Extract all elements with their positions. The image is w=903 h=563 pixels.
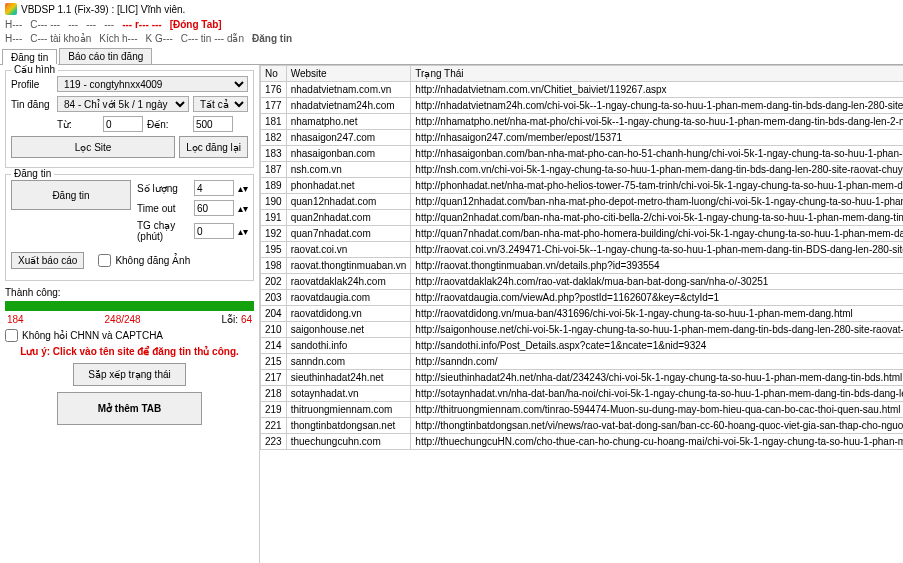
menu-item[interactable]: H--- (5, 19, 22, 32)
table-row[interactable]: 192quan7nhadat.comhttp://quan7nhadat.com… (261, 226, 904, 242)
table-row[interactable]: 210saigonhouse.nethttp://saigonhouse.net… (261, 322, 904, 338)
table-row[interactable]: 219thitruongmiennam.comhttp://thitruongm… (261, 402, 904, 418)
cell-status: http://nsh.com.vn/chi-voi-5k-1-ngay-chun… (411, 162, 903, 178)
tindang-select[interactable]: 84 - Chỉ với 5k / 1 ngày (57, 96, 189, 112)
table-row[interactable]: 195raovat.coi.vnhttp://raovat.coi.vn/3.2… (261, 242, 904, 258)
table-row[interactable]: 217sieuthinhadat24h.nethttp://sieuthinha… (261, 370, 904, 386)
table-row[interactable]: 182nhasaigon247.comhttp://nhasaigon247.c… (261, 130, 904, 146)
toolbar-item[interactable]: Kích h--- (99, 33, 137, 47)
tab-strip: Đăng tin Báo cáo tin đăng (0, 47, 903, 65)
menu-item[interactable]: --- (86, 19, 96, 32)
table-row[interactable]: 191quan2nhadat.comhttp://quan2nhadat.com… (261, 210, 904, 226)
sapxep-button[interactable]: Sắp xếp trạng thái (73, 363, 185, 386)
cell-site[interactable]: sotaynhadat.vn (286, 386, 411, 402)
tab-baocao[interactable]: Báo cáo tin đăng (59, 48, 152, 64)
cell-site[interactable]: nhasaigonban.com (286, 146, 411, 162)
filter-select[interactable]: Tất cả (193, 96, 248, 112)
table-row[interactable]: 189phonhadat.nethttp://phonhadat.net/nha… (261, 178, 904, 194)
cell-status: http://thongtinbatdongsan.net/vi/news/ra… (411, 418, 903, 434)
dangtin-button[interactable]: Đăng tin (11, 180, 131, 210)
cell-site[interactable]: quan7nhadat.com (286, 226, 411, 242)
cell-site[interactable]: sieuthinhadat24h.net (286, 370, 411, 386)
table-row[interactable]: 177nhadatvietnam24h.comhttp://nhadatviet… (261, 98, 904, 114)
table-row[interactable]: 214sandothi.infohttp://sandothi.info/Pos… (261, 338, 904, 354)
spinner-icon[interactable]: ▴▾ (238, 183, 248, 194)
table-row[interactable]: 215sanndn.comhttp://sanndn.com/ (261, 354, 904, 370)
cell-site[interactable]: sandothi.info (286, 338, 411, 354)
cell-site[interactable]: nhadatvietnam24h.com (286, 98, 411, 114)
cell-no: 223 (261, 434, 287, 450)
profile-select[interactable]: 119 - congtyhnxx4009 (57, 76, 248, 92)
cell-site[interactable]: raovat.thongtinmuaban.vn (286, 258, 411, 274)
cell-site[interactable]: quan2nhadat.com (286, 210, 411, 226)
cell-site[interactable]: nsh.com.vn (286, 162, 411, 178)
spinner-icon[interactable]: ▴▾ (238, 226, 248, 237)
khonghoi-label: Không hỏi CHNN và CAPTCHA (22, 330, 163, 341)
xuatbaocao-button[interactable]: Xuất báo cáo (11, 252, 84, 269)
khongdanganh-label: Không đăng Ảnh (115, 255, 190, 266)
toolbar-item[interactable]: C--- tài khoản (30, 33, 91, 47)
menu-item[interactable]: --- (68, 19, 78, 32)
soluong-input[interactable] (194, 180, 234, 196)
menu-item[interactable]: --- (104, 19, 114, 32)
toolbar-item[interactable]: C--- tin --- dẫn (181, 33, 244, 47)
cell-no: 217 (261, 370, 287, 386)
toolbar-item[interactable]: H--- (5, 33, 22, 47)
table-row[interactable]: 203raovatdaugia.comhttp://raovatdaugia.c… (261, 290, 904, 306)
progress-bar (5, 301, 254, 311)
khonghoi-checkbox[interactable] (5, 329, 18, 342)
title-bar: VBDSP 1.1 (Fix-39) : [LIC] Vĩnh viên. (0, 0, 903, 18)
th-website[interactable]: Website (286, 66, 411, 82)
cell-site[interactable]: phonhadat.net (286, 178, 411, 194)
cell-site[interactable]: nhadatvietnam.com.vn (286, 82, 411, 98)
tab-dangtin[interactable]: Đăng tin (2, 49, 57, 65)
menu-item[interactable]: --- r--- --- (122, 19, 161, 32)
close-tab-menu[interactable]: [Đóng Tab] (170, 19, 222, 32)
toolbar-item[interactable]: K G--- (146, 33, 173, 47)
table-row[interactable]: 176nhadatvietnam.com.vnhttp://nhadatviet… (261, 82, 904, 98)
table-row[interactable]: 202raovatdaklak24h.comhttp://raovatdakla… (261, 274, 904, 290)
window-title: VBDSP 1.1 (Fix-39) : [LIC] Vĩnh viên. (21, 4, 185, 15)
spinner-icon[interactable]: ▴▾ (238, 203, 248, 214)
cell-site[interactable]: thuechungcuhn.com (286, 434, 411, 450)
mothem-button[interactable]: Mở thêm TAB (57, 392, 203, 425)
table-row[interactable]: 223thuechungcuhn.comhttp://thuechungcuHN… (261, 434, 904, 450)
cell-site[interactable]: raovatdidong.vn (286, 306, 411, 322)
cell-no: 210 (261, 322, 287, 338)
right-panel[interactable]: No Website Trạng Thái 176nhadatvietnam.c… (260, 65, 903, 563)
table-row[interactable]: 187nsh.com.vnhttp://nsh.com.vn/chi-voi-5… (261, 162, 904, 178)
th-status[interactable]: Trạng Thái (411, 66, 903, 82)
table-row[interactable]: 221thongtinbatdongsan.nethttp://thongtin… (261, 418, 904, 434)
tindang-label: Tin đăng (11, 99, 53, 110)
timeout-input[interactable] (194, 200, 234, 216)
from-input[interactable] (103, 116, 143, 132)
locsite-button[interactable]: Lọc Site (11, 136, 175, 158)
khongdanganh-checkbox[interactable] (98, 254, 111, 267)
cell-site[interactable]: thitruongmiennam.com (286, 402, 411, 418)
table-row[interactable]: 204raovatdidong.vnhttp://raovatdidong.vn… (261, 306, 904, 322)
cell-site[interactable]: sanndn.com (286, 354, 411, 370)
cell-no: 221 (261, 418, 287, 434)
cell-site[interactable]: saigonhouse.net (286, 322, 411, 338)
cell-no: 182 (261, 130, 287, 146)
locdanglai-button[interactable]: Lọc đăng lại (179, 136, 248, 158)
cell-site[interactable]: raovatdaklak24h.com (286, 274, 411, 290)
cell-site[interactable]: raovatdaugia.com (286, 290, 411, 306)
table-row[interactable]: 190quan12nhadat.comhttp://quan12nhadat.c… (261, 194, 904, 210)
cell-site[interactable]: quan12nhadat.com (286, 194, 411, 210)
cell-no: 215 (261, 354, 287, 370)
cell-site[interactable]: nhamatpho.net (286, 114, 411, 130)
table-row[interactable]: 218sotaynhadat.vnhttp://sotaynhadat.vn/n… (261, 386, 904, 402)
menu-item[interactable]: C--- --- (30, 19, 60, 32)
tgchay-input[interactable] (194, 223, 234, 239)
table-row[interactable]: 183nhasaigonban.comhttp://nhasaigonban.c… (261, 146, 904, 162)
cell-site[interactable]: nhasaigon247.com (286, 130, 411, 146)
table-row[interactable]: 181nhamatpho.nethttp://nhamatpho.net/nha… (261, 114, 904, 130)
table-row[interactable]: 198raovat.thongtinmuaban.vnhttp://raovat… (261, 258, 904, 274)
cell-site[interactable]: thongtinbatdongsan.net (286, 418, 411, 434)
cell-status: http://phonhadat.net/nha-mat-pho-helios-… (411, 178, 903, 194)
th-no[interactable]: No (261, 66, 287, 82)
cell-site[interactable]: raovat.coi.vn (286, 242, 411, 258)
toolbar-item-active[interactable]: Đăng tin (252, 33, 292, 47)
to-input[interactable] (193, 116, 233, 132)
